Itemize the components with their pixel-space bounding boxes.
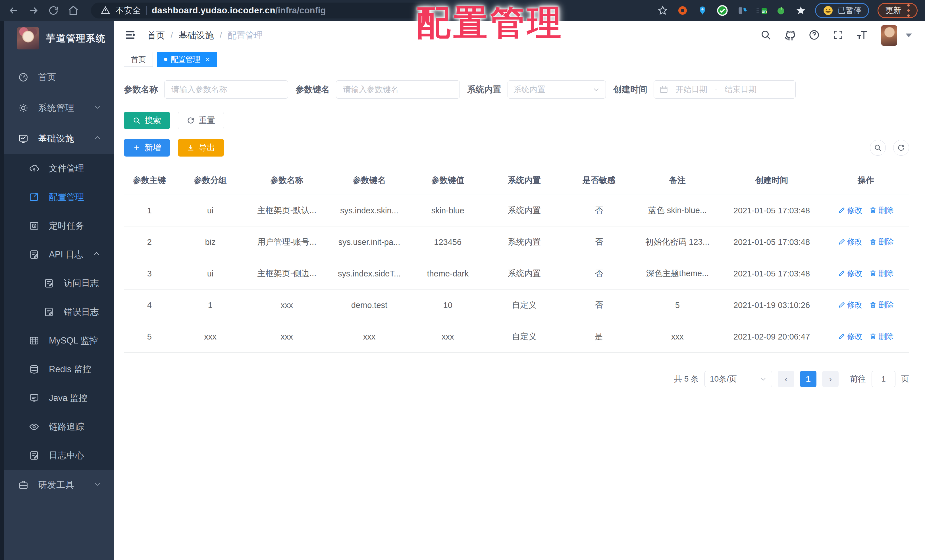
sidebar-item-file[interactable]: 文件管理 <box>4 154 114 183</box>
page-size-value: 10条/页 <box>710 373 737 384</box>
back-icon[interactable] <box>8 4 20 17</box>
search-icon[interactable] <box>760 29 771 42</box>
content: 参数名称 参数键名 系统内置 系统内置 <box>114 69 925 560</box>
active-tab-dot <box>164 58 167 61</box>
table-header-cell: 系统内置 <box>485 166 563 195</box>
browser-menu-icon[interactable]: ••• <box>907 3 910 18</box>
sidebar-item-label: 链路追踪 <box>49 421 84 433</box>
edit-link[interactable]: 修改 <box>838 300 862 310</box>
user-menu-caret-icon[interactable] <box>906 33 912 37</box>
table-row: 3ui主框架页-侧边...sys.index.sideT...theme-dar… <box>124 258 909 289</box>
edit-link[interactable]: 修改 <box>838 205 862 215</box>
extension-pin-icon[interactable] <box>697 5 708 16</box>
table-cell: 主框架页-侧边... <box>246 258 328 289</box>
date-range-picker[interactable]: 开始日期 - 结束日期 <box>654 80 796 99</box>
github-icon[interactable] <box>784 29 796 42</box>
add-button[interactable]: 新增 <box>124 139 170 157</box>
url-bar[interactable]: 不安全 dashboard.yudao.iocoder.cn/infra/con… <box>91 3 438 18</box>
page-1-button[interactable]: 1 <box>800 371 817 387</box>
delete-link[interactable]: 删除 <box>869 331 894 342</box>
page-size-select[interactable]: 10条/页 <box>705 371 772 387</box>
extension-apps-icon[interactable] <box>737 5 748 16</box>
dashboard-icon <box>18 72 29 83</box>
page-suffix: 页 <box>901 373 909 384</box>
extension-on-badge-icon[interactable]: on <box>756 5 767 16</box>
sidebar-item-java[interactable]: Java 监控 <box>4 384 114 412</box>
table-cell: xxx <box>246 289 328 321</box>
delete-link[interactable]: 删除 <box>869 268 894 278</box>
sidebar-item-config[interactable]: 配置管理 <box>4 183 114 211</box>
reset-button[interactable]: 重置 <box>178 111 224 129</box>
toggle-search-button[interactable] <box>870 140 886 156</box>
sidebar-logo[interactable]: 芋道管理系统 <box>4 21 114 55</box>
next-page-button[interactable]: › <box>822 371 839 387</box>
sidebar-item-label: 首页 <box>38 71 56 83</box>
tab-bar: 首页 配置管理 × <box>114 50 925 69</box>
export-button[interactable]: 导出 <box>178 139 224 157</box>
breadcrumb-home[interactable]: 首页 <box>147 30 165 42</box>
edit-link[interactable]: 修改 <box>838 331 862 342</box>
edit-link[interactable]: 修改 <box>838 237 862 247</box>
tab-home[interactable]: 首页 <box>124 52 153 67</box>
param-key-input[interactable] <box>336 80 460 99</box>
sidebar-item-label: MySQL 监控 <box>49 335 98 347</box>
edit-link[interactable]: 修改 <box>838 268 862 278</box>
breadcrumb-infra[interactable]: 基础设施 <box>179 30 214 42</box>
sidebar-item-redis[interactable]: Redis 监控 <box>4 355 114 384</box>
sidebar-item-label: 系统管理 <box>38 102 74 114</box>
sidebar-item-trace[interactable]: 链路追踪 <box>4 412 114 441</box>
select-placeholder: 系统内置 <box>514 84 545 95</box>
extension-puzzle-icon[interactable] <box>795 5 806 16</box>
sidebar-item-system[interactable]: 系统管理 <box>4 93 114 123</box>
reload-icon[interactable] <box>47 4 60 17</box>
sidebar-item-api-log[interactable]: API 日志 <box>4 240 114 269</box>
paused-extension-pill[interactable]: 已暂停 <box>815 3 869 18</box>
table-cell: 4 <box>124 289 175 321</box>
extension-donut-icon[interactable] <box>677 5 688 16</box>
sidebar-item-error-log[interactable]: 错误日志 <box>4 298 114 326</box>
chevron-down-icon <box>94 480 101 490</box>
help-icon[interactable] <box>809 29 820 42</box>
sidebar-item-access-log[interactable]: 访问日志 <box>4 269 114 298</box>
delete-link[interactable]: 删除 <box>869 300 894 310</box>
goto-label: 前往 <box>850 373 866 384</box>
sidebar-item-log-center[interactable]: 日志中心 <box>4 441 114 470</box>
user-avatar[interactable] <box>881 25 897 46</box>
extension-leaf-icon[interactable] <box>775 5 786 16</box>
search-button[interactable]: 搜索 <box>124 111 170 129</box>
delete-link[interactable]: 删除 <box>869 205 894 215</box>
update-button[interactable]: 更新 ••• <box>878 3 917 18</box>
paused-label: 已暂停 <box>838 5 861 16</box>
system-type-select[interactable]: 系统内置 <box>508 80 606 99</box>
table-header-cell: 是否敏感 <box>563 166 634 195</box>
table-cell: 自定义 <box>485 289 563 321</box>
forward-icon[interactable] <box>27 4 40 17</box>
eye-icon <box>29 422 39 432</box>
tab-config[interactable]: 配置管理 × <box>157 52 217 67</box>
hamburger-icon[interactable] <box>124 29 136 42</box>
home-icon[interactable] <box>67 4 80 17</box>
extension-check-icon[interactable] <box>717 5 728 16</box>
close-tab-icon[interactable]: × <box>205 55 210 64</box>
table-header-cell: 创建时间 <box>721 166 823 195</box>
param-name-input[interactable] <box>164 80 288 99</box>
sidebar-item-job[interactable]: 定时任务 <box>4 211 114 240</box>
fullscreen-icon[interactable] <box>832 29 844 42</box>
document-pen-icon <box>44 307 54 317</box>
goto-page-input[interactable] <box>872 371 895 387</box>
sidebar-item-label: 错误日志 <box>64 306 99 318</box>
font-size-icon[interactable] <box>856 29 869 42</box>
refresh-table-button[interactable] <box>893 140 909 156</box>
sidebar-item-devtools[interactable]: 研发工具 <box>4 470 114 500</box>
sidebar-item-infra[interactable]: 基础设施 <box>4 123 114 154</box>
sidebar-item-home[interactable]: 首页 <box>4 62 114 93</box>
edit-icon <box>838 333 845 340</box>
table-cell: skin-blue <box>410 195 485 226</box>
sidebar-item-label: 研发工具 <box>38 479 74 491</box>
table-body: 1ui主框架页-默认...sys.index.skin...skin-blue系… <box>124 195 909 352</box>
delete-link[interactable]: 删除 <box>869 237 894 247</box>
prev-page-button[interactable]: ‹ <box>778 371 794 387</box>
sidebar-item-mysql[interactable]: MySQL 监控 <box>4 326 114 355</box>
bookmark-star-icon[interactable] <box>657 5 668 16</box>
trash-icon <box>869 301 877 309</box>
